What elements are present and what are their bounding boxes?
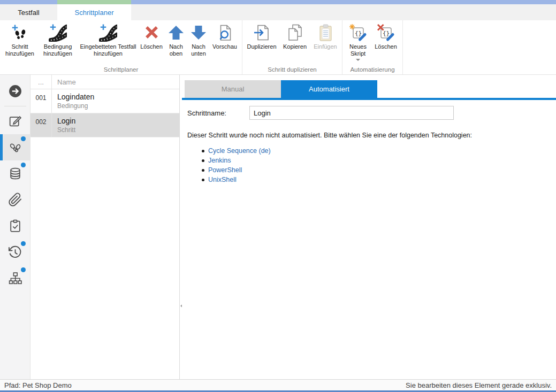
status-lock-message: Sie bearbeiten dieses Element gerade exk…	[406, 381, 552, 389]
tab-testfall[interactable]: Testfall	[0, 4, 57, 20]
sidebar-item-attachments[interactable]	[0, 187, 31, 213]
step-row-002[interactable]: 002 Login Schritt	[31, 113, 179, 137]
step-name-input[interactable]	[249, 106, 454, 120]
active-tab-underline	[182, 98, 556, 100]
active-tab-accent	[57, 0, 131, 4]
notification-badge	[21, 267, 26, 272]
button-label: Nach oben	[165, 43, 187, 57]
link-unixshell[interactable]: UnixShell	[208, 176, 237, 183]
add-step-button[interactable]: Schritt hinzufügen	[3, 20, 37, 57]
step-name: Logindaten	[57, 93, 179, 102]
sidebar-item-data[interactable]	[0, 160, 31, 187]
button-label: Duplizieren	[247, 43, 276, 50]
technology-list-item: PowerShell	[202, 165, 556, 175]
application-window: Testfall Schrittplaner Schritt hinzufüge…	[0, 0, 556, 392]
preview-button[interactable]: Vorschau	[210, 20, 239, 50]
step-number: 001	[31, 89, 52, 113]
new-script-button[interactable]: {} Neues Skript	[345, 20, 371, 61]
sidebar-item-tasks[interactable]	[0, 213, 31, 239]
button-label: Löschen	[375, 43, 397, 50]
preview-document-magnifier-icon	[216, 24, 234, 42]
button-label: Schritt hinzufügen	[3, 43, 37, 57]
paste-button[interactable]: Einfügen	[311, 20, 339, 50]
edit-icon	[8, 114, 22, 128]
add-condition-button[interactable]: Bedingung hinzufügen	[38, 20, 78, 57]
arrow-up-icon	[167, 24, 185, 42]
technology-list-item: Cycle Sequence (de)	[202, 146, 556, 156]
button-label: Kopieren	[283, 43, 307, 50]
top-accent-strip	[0, 0, 556, 4]
link-cycle-sequence[interactable]: Cycle Sequence (de)	[208, 147, 271, 155]
tab-manual[interactable]: Manual	[185, 80, 281, 98]
step-type: Schritt	[57, 126, 179, 134]
tab-schrittplaner[interactable]: Schrittplaner	[57, 4, 131, 20]
step-type: Bedingung	[57, 102, 179, 110]
add-condition-switch-icon	[49, 24, 67, 42]
delete-script-button[interactable]: {} Löschen	[372, 20, 400, 50]
button-label: Vorschau	[212, 43, 237, 50]
step-number: 002	[31, 113, 52, 137]
dropdown-caret-icon[interactable]	[356, 59, 360, 61]
status-path: Pfad: Pet Shop Demo	[4, 381, 72, 389]
notification-badge	[21, 163, 26, 167]
add-step-footprints-icon	[11, 24, 29, 42]
button-label: Löschen	[140, 43, 163, 50]
ribbon-tab-bar: Testfall Schrittplaner	[0, 4, 556, 20]
copy-button[interactable]: Kopieren	[279, 20, 310, 50]
sidebar	[0, 75, 31, 379]
button-label: Eingebetteten Testfall hinzufügen	[79, 43, 138, 57]
detail-tab-bar: Manual Automatisiert	[185, 80, 556, 98]
navigate-circle-arrow-icon	[8, 84, 22, 98]
column-header-name: Name	[52, 75, 179, 89]
button-label: Neues Skript	[345, 43, 371, 57]
sidebar-item-navigate[interactable]	[0, 78, 31, 104]
hierarchy-icon	[8, 271, 22, 286]
step-row-001[interactable]: 001 Logindaten Bedingung	[31, 89, 179, 113]
ribbon-group-label: Automatisierung	[342, 66, 402, 73]
bullet-icon	[202, 159, 204, 162]
link-powershell[interactable]: PowerShell	[208, 166, 242, 174]
step-name: Login	[57, 117, 179, 126]
sidebar-item-edit[interactable]	[0, 108, 31, 134]
link-jenkins[interactable]: Jenkins	[208, 157, 231, 164]
detail-panel: Manual Automatisiert Schrittname: Dieser…	[182, 75, 556, 379]
arrow-down-icon	[189, 24, 208, 42]
add-embedded-testcase-switch-icon	[99, 24, 117, 42]
bullet-icon	[202, 169, 204, 172]
tab-automatisiert[interactable]: Automatisiert	[281, 80, 377, 98]
notification-badge	[21, 241, 26, 246]
sidebar-item-history[interactable]	[0, 239, 31, 265]
delete-step-button[interactable]: Löschen	[139, 20, 164, 50]
delete-script-icon: {}	[377, 24, 395, 42]
column-header-number: ...	[31, 75, 52, 89]
move-up-button[interactable]: Nach oben	[165, 20, 187, 57]
main-body: ... Name 001 Logindaten Bedingung 002 Lo…	[0, 75, 556, 379]
button-label: Einfügen	[314, 43, 337, 50]
duplicate-button[interactable]: Duplizieren	[245, 20, 278, 50]
copy-documents-icon	[286, 24, 304, 42]
technology-list: Cycle Sequence (de) Jenkins PowerShell U…	[202, 146, 556, 185]
paste-clipboard-icon	[316, 24, 334, 42]
technology-list-item: UnixShell	[202, 175, 556, 185]
duplicate-document-icon	[253, 24, 271, 42]
move-down-button[interactable]: Nach unten	[188, 20, 209, 57]
step-name-label: Schrittname:	[187, 109, 249, 117]
bullet-icon	[202, 179, 204, 181]
sidebar-item-hierarchy[interactable]	[0, 265, 31, 291]
add-embedded-testcase-button[interactable]: Eingebetteten Testfall hinzufügen	[79, 20, 138, 57]
sidebar-divider	[4, 106, 26, 106]
data-database-icon	[8, 166, 22, 181]
step-list-header: ... Name	[31, 75, 179, 89]
attachment-paperclip-icon	[8, 193, 22, 207]
button-label: Nach unten	[188, 43, 209, 57]
ribbon-group-schritt-duplizieren: Duplizieren Kopieren Einfügen	[242, 20, 342, 74]
ribbon-group-schrittplaner: Schritt hinzufügen Bedingung hinzufügen	[0, 20, 242, 74]
new-script-icon: {}	[349, 24, 367, 42]
technology-list-item: Jenkins	[202, 156, 556, 165]
ribbon: Schritt hinzufügen Bedingung hinzufügen	[0, 20, 556, 75]
ribbon-group-label: Schritt duplizieren	[242, 66, 342, 73]
sidebar-item-steps[interactable]	[0, 134, 31, 160]
status-bar: Pfad: Pet Shop Demo Sie bearbeiten diese…	[0, 379, 556, 390]
svg-text:{}: {}	[355, 30, 362, 37]
notification-badge	[21, 136, 26, 141]
